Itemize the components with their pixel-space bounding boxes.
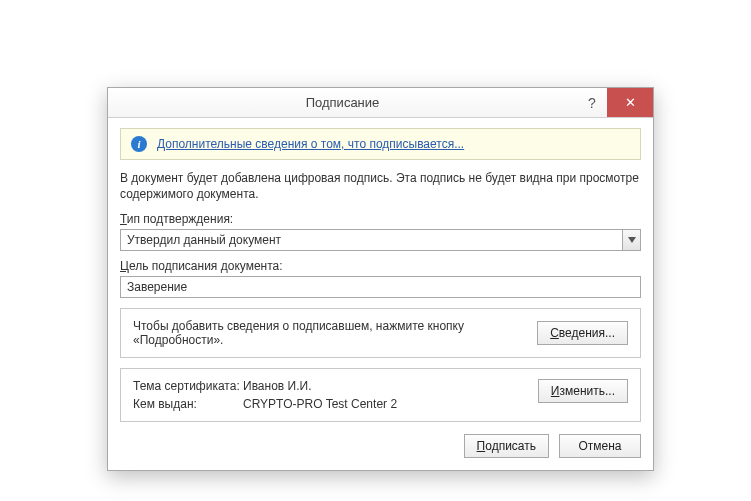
help-button[interactable]: ? [577,88,607,117]
commitment-type-value: Утвердил данный документ [121,230,622,250]
titlebar-controls: ? ✕ [577,88,653,117]
cert-subject-label: Тема сертификата: [133,379,243,393]
dialog-footer: Подписать Отмена [120,434,641,458]
signing-dialog: Подписание ? ✕ i Дополнительные сведения… [107,87,654,471]
purpose-label: Цель подписания документа: [120,259,641,273]
sign-button[interactable]: Подписать [464,434,549,458]
cert-change-wrap: Изменить... [538,379,628,411]
details-button[interactable]: Сведения... [537,321,628,345]
certificate-panel: Тема сертификата: Иванов И.И. Кем выдан:… [120,368,641,422]
commitment-type-combo[interactable]: Утвердил данный документ [120,229,641,251]
signer-details-hint: Чтобы добавить сведения о подписавшем, н… [133,319,525,347]
certificate-info: Тема сертификата: Иванов И.И. Кем выдан:… [133,379,526,411]
chevron-down-icon [628,237,636,243]
purpose-value: Заверение [127,280,187,294]
cert-subject-value: Иванов И.И. [243,379,526,393]
purpose-input[interactable]: Заверение [120,276,641,298]
dialog-body: i Дополнительные сведения о том, что под… [108,118,653,470]
cancel-button[interactable]: Отмена [559,434,641,458]
dialog-title: Подписание [108,95,577,110]
cert-issuer-value: CRYPTO-PRO Test Center 2 [243,397,526,411]
titlebar: Подписание ? ✕ [108,88,653,118]
info-link[interactable]: Дополнительные сведения о том, что подпи… [157,137,464,151]
combo-dropdown-button[interactable] [622,230,640,250]
signer-details-panel: Чтобы добавить сведения о подписавшем, н… [120,308,641,358]
commitment-type-label: Тип подтверждения: [120,212,641,226]
info-bar: i Дополнительные сведения о том, что под… [120,128,641,160]
change-cert-button[interactable]: Изменить... [538,379,628,403]
info-icon: i [131,136,147,152]
close-icon: ✕ [625,95,636,110]
close-button[interactable]: ✕ [607,88,653,117]
cert-issuer-label: Кем выдан: [133,397,243,411]
description-text: В документ будет добавлена цифровая подп… [120,170,641,202]
